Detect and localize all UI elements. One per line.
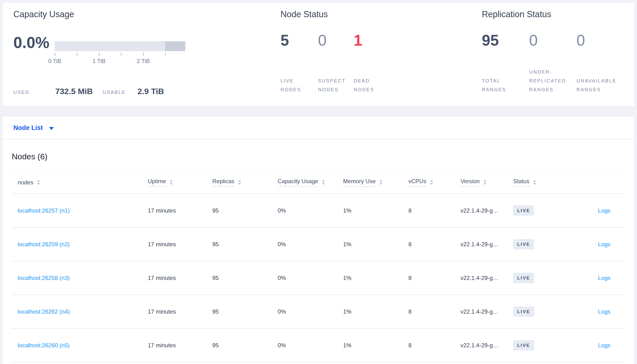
- status-cell: LIVE: [513, 206, 566, 216]
- memory-use-cell: 1%: [343, 207, 408, 214]
- logs-link[interactable]: Logs: [598, 207, 610, 214]
- node-cell: localhost:26257 (n1): [18, 207, 148, 214]
- uptime-cell: 17 minutes: [148, 275, 212, 281]
- table-row: localhost:26259 (n2)17 minutes950%1%8v22…: [12, 228, 624, 261]
- capacity-bar-ticks: [55, 52, 185, 56]
- node-link[interactable]: localhost:26260 (n5): [18, 342, 70, 349]
- status-cell: LIVE: [513, 340, 566, 350]
- logs-link[interactable]: Logs: [598, 342, 610, 348]
- rs-stat: 0UNAVAILABLE RANGES: [576, 3, 634, 106]
- sort-icon[interactable]: [380, 180, 382, 185]
- uptime-cell: 17 minutes: [148, 207, 212, 214]
- stat-label: LIVE NODES: [280, 76, 311, 94]
- vcpus-cell: 8: [408, 308, 461, 315]
- version-cell: v22.1.4-29-g…: [461, 241, 513, 248]
- column-header-label: Version: [461, 178, 480, 187]
- ns-stat: 5LIVE NODES: [280, 3, 311, 106]
- sort-icon[interactable]: [533, 180, 536, 185]
- sort-asc-arrow: [380, 180, 382, 182]
- table-row: localhost:26260 (n5)17 minutes950%1%8v22…: [12, 329, 624, 362]
- logs-cell: Logs: [598, 241, 610, 248]
- capacity-usage-title: Capacity Usage: [14, 9, 74, 19]
- node-link[interactable]: localhost:26259 (n2): [18, 241, 70, 248]
- replicas-cell: 95: [212, 241, 278, 248]
- sort-icon[interactable]: [322, 180, 325, 185]
- cluster-summary-card: Capacity Usage 0.0% 0 TiB 1 TiB 2 TiB US…: [3, 2, 634, 106]
- node-link[interactable]: localhost:26258 (n3): [18, 275, 70, 281]
- stat-label: DEAD NODES: [354, 76, 385, 94]
- sort-desc-arrow: [238, 183, 241, 185]
- logs-link[interactable]: Logs: [598, 241, 610, 248]
- node-cell: localhost:26259 (n2): [18, 241, 148, 248]
- node-link[interactable]: localhost:26262 (n4): [18, 308, 70, 315]
- replicas-cell: 95: [212, 308, 278, 315]
- column-header-label: Status: [513, 178, 529, 187]
- version-cell: v22.1.4-29-g…: [461, 342, 513, 349]
- sort-icon[interactable]: [430, 180, 433, 185]
- column-header-vcpus[interactable]: vCPUs: [408, 178, 461, 187]
- logs-link[interactable]: Logs: [598, 275, 610, 281]
- stat-value: 0: [529, 33, 538, 48]
- table-row: localhost:26258 (n3)17 minutes950%1%8v22…: [12, 261, 624, 295]
- chevron-down-icon[interactable]: [49, 127, 54, 130]
- ns-stat: 0SUSPECT NODES: [318, 3, 354, 106]
- node-cell: localhost:26258 (n3): [18, 275, 148, 281]
- sort-icon[interactable]: [238, 180, 241, 185]
- column-header-label: Memory Use: [343, 178, 376, 187]
- sort-icon[interactable]: [483, 180, 486, 185]
- used-value: 732.5 MiB: [55, 87, 93, 96]
- sort-desc-arrow: [380, 183, 382, 185]
- column-header-uptime[interactable]: Uptime: [148, 178, 212, 187]
- column-header-status[interactable]: Status: [513, 178, 566, 187]
- tick-label: 0 TiB: [48, 58, 62, 64]
- stat-value: 0: [576, 33, 585, 48]
- view-selector-bar: Node List: [3, 116, 634, 139]
- version-cell: v22.1.4-29-g…: [461, 275, 513, 281]
- sort-icon[interactable]: [37, 180, 40, 185]
- capacity-percent: 0.0%: [14, 35, 49, 50]
- column-header-capacity-usage[interactable]: Capacity Usage: [278, 178, 343, 187]
- vcpus-cell: 8: [408, 207, 461, 214]
- logs-cell: Logs: [598, 342, 610, 349]
- logs-link[interactable]: Logs: [598, 308, 610, 315]
- column-header-version[interactable]: Version: [461, 178, 513, 187]
- capacity-usage-cell: 0%: [278, 241, 343, 248]
- rs-stat: 0UNDER-REPLICATED RANGES: [529, 3, 579, 106]
- sort-asc-arrow: [430, 180, 433, 182]
- uptime-cell: 17 minutes: [148, 241, 212, 248]
- rs-stat: 95TOTAL RANGES: [482, 3, 518, 106]
- capacity-usage-cell: 0%: [278, 207, 343, 214]
- memory-use-cell: 1%: [343, 342, 408, 349]
- node-cell: localhost:26260 (n5): [18, 342, 148, 349]
- vcpus-cell: 8: [408, 342, 461, 349]
- status-badge: LIVE: [513, 206, 534, 216]
- table-header-row: nodesUptimeReplicasCapacity UsageMemory …: [12, 171, 624, 194]
- vcpus-cell: 8: [408, 241, 461, 248]
- node-cell: localhost:26262 (n4): [18, 308, 148, 315]
- node-list-dropdown[interactable]: Node List: [14, 124, 43, 132]
- tick-mark: [99, 52, 100, 56]
- sort-desc-arrow: [533, 183, 536, 185]
- usable-label: USABLE: [103, 90, 126, 95]
- node-link[interactable]: localhost:26257 (n1): [18, 207, 70, 214]
- sort-icon[interactable]: [170, 180, 173, 185]
- sort-desc-arrow: [170, 183, 173, 185]
- sort-asc-arrow: [322, 180, 325, 182]
- column-header-replicas[interactable]: Replicas: [212, 178, 278, 187]
- usable-value: 2.9 TiB: [138, 87, 164, 96]
- logs-cell: Logs: [598, 275, 610, 281]
- column-header-label: Capacity Usage: [278, 178, 318, 187]
- sort-desc-arrow: [430, 183, 433, 185]
- column-header-nodes[interactable]: nodes: [18, 179, 148, 186]
- status-badge: LIVE: [513, 239, 534, 249]
- column-header-memory-use[interactable]: Memory Use: [343, 178, 408, 187]
- tick-mark: [77, 52, 77, 56]
- capacity-usage-cell: 0%: [278, 275, 343, 281]
- uptime-cell: 17 minutes: [148, 308, 212, 315]
- status-cell: LIVE: [513, 273, 566, 283]
- memory-use-cell: 1%: [343, 275, 408, 281]
- uptime-cell: 17 minutes: [148, 342, 212, 349]
- logs-cell: Logs: [598, 207, 610, 214]
- capacity-usage-cell: 0%: [278, 342, 343, 349]
- column-header-label: nodes: [18, 179, 33, 186]
